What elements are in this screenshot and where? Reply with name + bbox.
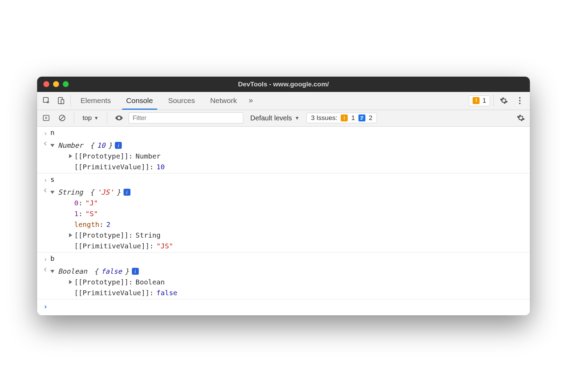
property-name: 0 [74,198,78,208]
svg-rect-2 [61,100,64,104]
console-input-field[interactable] [50,300,526,313]
console-input-row: b [37,253,530,265]
property-row[interactable]: [[Prototype]] : String [68,230,526,241]
object-preview[interactable]: Boolean { false } i [[Prototype]] : Bool… [50,266,526,298]
colon: : [150,162,154,172]
output-marker-icon [41,140,50,172]
tab-elements[interactable]: Elements [73,92,119,110]
toggle-sidebar-icon[interactable] [40,112,52,124]
svg-rect-9 [361,116,363,117]
console-input-text: s [50,174,526,186]
property-value: Boolean [136,277,165,288]
object-primitive-preview: 'JS' [97,187,113,198]
minimize-window-button[interactable] [53,81,59,87]
info-icon[interactable]: i [124,189,130,196]
panel-tabs: Elements Console Sources Network [73,92,245,110]
object-preview[interactable]: String { 'JS' } i 0 : "J" 1 : "S" length… [50,187,526,252]
console-entry: n Number { 10 } i [[Prototype]] : Number… [37,127,530,173]
more-tabs-icon[interactable]: » [245,92,257,110]
device-toolbar-icon[interactable] [54,92,68,110]
property-row: [[PrimitiveValue]] : 10 [68,162,526,172]
property-name: [[Prototype]] [74,277,129,288]
disclosure-triangle-icon[interactable] [69,280,72,284]
settings-icon[interactable] [496,92,512,110]
console-prompt[interactable] [37,299,530,313]
input-marker-icon [41,174,50,186]
property-name: [[PrimitiveValue]] [74,241,150,252]
disclosure-triangle-icon[interactable] [50,270,54,273]
warnings-count: 1 [482,97,486,104]
tab-label: Sources [168,96,195,105]
issues-label: 3 Issues: [311,114,337,122]
log-levels-selector[interactable]: Default levels ▼ [247,114,303,122]
console-settings-icon[interactable] [515,112,527,124]
devtools-window: DevTools - www.google.com/ Elements Cons… [37,77,530,315]
tab-console[interactable]: Console [119,92,161,110]
zoom-window-button[interactable] [63,81,69,87]
devtools-tabbar: Elements Console Sources Network » 1 [37,92,530,110]
console-output-row: Number { 10 } i [[Prototype]] : Number [… [37,139,530,173]
filter-input[interactable] [129,112,243,123]
brace: } [125,266,129,277]
svg-point-3 [519,97,521,99]
disclosure-triangle-icon[interactable] [69,233,72,237]
property-value: String [136,230,161,241]
disclosure-triangle-icon[interactable] [50,191,54,194]
inspect-element-icon[interactable] [39,92,54,110]
colon: : [78,198,83,208]
object-constructor: Boolean [58,266,91,277]
colon: : [150,288,154,298]
console-toolbar: top ▼ Default levels ▼ 3 Issues: ! 1 2 [37,110,530,127]
colon: : [78,208,83,219]
more-options-icon[interactable] [512,92,528,110]
property-value: false [156,288,177,298]
tab-network[interactable]: Network [203,92,245,110]
object-properties: [[Prototype]] : Number [[PrimitiveValue]… [50,151,526,172]
disclosure-triangle-icon[interactable] [50,144,54,147]
close-window-button[interactable] [43,81,49,87]
svg-line-8 [60,116,64,120]
levels-label: Default levels [250,114,292,122]
clear-console-icon[interactable] [56,112,68,124]
disclosure-triangle-icon[interactable] [69,154,72,158]
brace: } [117,187,121,198]
object-properties: 0 : "J" 1 : "S" length : 2 [[Prototype]]… [50,198,526,252]
titlebar: DevTools - www.google.com/ [37,77,530,92]
object-preview[interactable]: Number { 10 } i [[Prototype]] : Number [… [50,140,526,172]
property-name: [[PrimitiveValue]] [74,162,150,172]
property-name: length [74,219,99,230]
tab-label: Network [210,96,237,105]
tab-label: Elements [81,96,111,105]
object-constructor: String [58,187,87,198]
output-marker-icon [41,187,50,252]
issues-summary[interactable]: 3 Issues: ! 1 2 [306,113,377,123]
property-row: 1 : "S" [68,208,526,219]
property-row: [[PrimitiveValue]] : "JS" [68,241,526,252]
property-value: "JS" [156,241,173,252]
property-row[interactable]: [[Prototype]] : Number [68,151,526,162]
live-expression-icon[interactable] [113,114,125,122]
tab-label: Console [126,96,153,105]
svg-rect-10 [361,118,363,118]
console-input-text: b [50,253,526,265]
info-icon[interactable]: i [115,142,122,149]
property-row[interactable]: [[Prototype]] : Boolean [68,277,526,288]
info-icon[interactable]: i [132,268,139,275]
brace: { [90,140,94,151]
warnings-badge[interactable]: 1 [469,95,490,106]
colon: : [99,219,103,230]
property-name: [[Prototype]] [74,151,129,162]
prompt-marker-icon [41,300,50,313]
output-marker-icon [41,266,50,298]
colon: : [129,230,133,241]
property-value: 2 [106,219,110,230]
object-primitive-preview: 10 [97,140,105,151]
execution-context-selector[interactable]: top ▼ [80,114,101,122]
property-row: 0 : "J" [68,198,526,208]
toolbar-divider [70,95,71,107]
chevron-down-icon: ▼ [295,115,299,121]
tab-sources[interactable]: Sources [161,92,203,110]
console-input-row: s [37,173,530,186]
console-output-row: Boolean { false } i [[Prototype]] : Bool… [37,265,530,299]
colon: : [129,151,133,162]
